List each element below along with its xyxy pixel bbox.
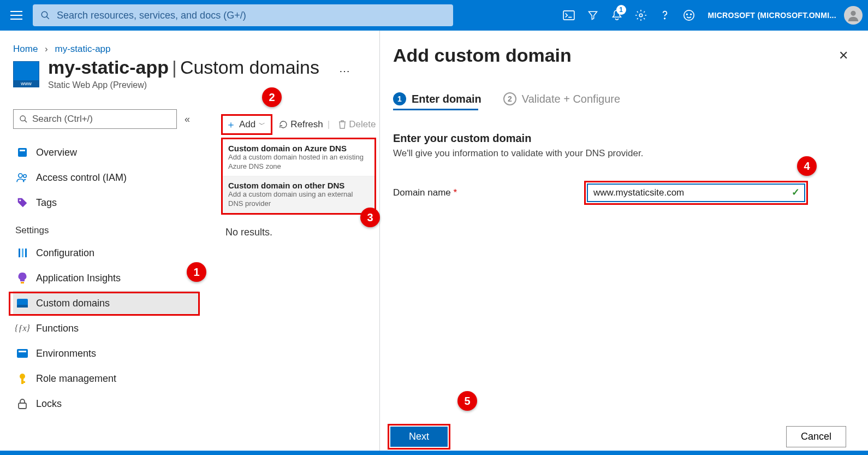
menu-item-configuration[interactable]: Configuration (13, 240, 199, 265)
account-label[interactable]: MICROSOFT (MICROSOFT.ONMI... (708, 11, 837, 20)
tag-icon (16, 197, 28, 209)
menu-item-locks[interactable]: Locks (13, 391, 199, 416)
top-bar: Search resources, services, and docs (G+… (0, 0, 868, 31)
svg-rect-11 (18, 148, 27, 157)
page-subtitle: Static Web App (Preview) (48, 80, 319, 90)
svg-rect-12 (20, 150, 25, 151)
svg-line-10 (25, 120, 27, 122)
top-icon-group: 1 MICROSOFT (MICROSOFT.ONMI... (557, 4, 863, 27)
panel-title: Add custom domain (393, 45, 572, 66)
chevron-right-icon: › (45, 44, 48, 54)
overview-icon (16, 146, 28, 158)
notifications-icon[interactable]: 1 (605, 4, 628, 27)
functions-icon: {ƒx} (16, 322, 28, 334)
callout-3: 3 (360, 208, 380, 227)
svg-point-14 (23, 175, 26, 178)
dropdown-option-other-dns[interactable]: Custom domain on other DNS Add a custom … (223, 176, 374, 213)
people-icon (16, 172, 28, 184)
svg-rect-19 (21, 282, 24, 283)
cancel-button[interactable]: Cancel (786, 426, 846, 447)
no-results-label: No results. (225, 227, 379, 238)
domain-name-label: Domain name * (393, 187, 584, 198)
feedback-icon[interactable] (677, 4, 700, 27)
svg-rect-17 (22, 249, 23, 257)
svg-point-13 (19, 174, 22, 178)
help-icon[interactable] (653, 4, 676, 27)
settings-icon[interactable] (629, 4, 652, 27)
callout-1: 1 (187, 262, 206, 282)
step-enter-domain[interactable]: 1Enter domain (393, 92, 481, 105)
delete-button[interactable]: Delete (338, 119, 376, 130)
search-icon (40, 10, 50, 20)
menu-section-settings: Settings (15, 225, 199, 236)
svg-point-8 (851, 11, 855, 16)
notification-badge: 1 (616, 5, 626, 15)
form-subtext: We'll give you information to validate w… (393, 148, 868, 159)
svg-rect-23 (19, 351, 26, 352)
svg-rect-22 (17, 349, 28, 358)
svg-rect-21 (17, 305, 28, 308)
menu-item-functions[interactable]: {ƒx} Functions (13, 316, 199, 341)
global-search-input[interactable]: Search resources, services, and docs (G+… (33, 4, 453, 26)
callout-2: 2 (262, 87, 282, 107)
domain-name-input[interactable] (587, 184, 805, 202)
svg-point-15 (19, 199, 21, 201)
menu-item-access-control[interactable]: Access control (IAM) (13, 165, 199, 190)
svg-point-4 (664, 18, 665, 19)
plus-icon: ＋ (226, 118, 236, 131)
cloud-shell-icon[interactable] (557, 4, 580, 27)
avatar[interactable] (844, 6, 863, 25)
svg-rect-18 (25, 249, 27, 257)
breadcrumb-home[interactable]: Home (13, 44, 38, 54)
search-icon (19, 115, 28, 123)
next-button[interactable]: Next (390, 427, 448, 447)
bottom-accent-bar (0, 451, 868, 455)
domain-input-highlight (584, 181, 808, 205)
step-validate-configure[interactable]: 2Validate + Configure (503, 92, 620, 105)
lightbulb-icon (16, 272, 28, 284)
add-button[interactable]: ＋ Add ﹀ (221, 114, 272, 135)
main-content: ＋ Add ﹀ Refresh | Delete ★ Custom domain… (221, 113, 379, 238)
collapse-menu-icon[interactable]: « (185, 114, 190, 125)
menu-item-app-insights[interactable]: Application Insights (13, 265, 199, 291)
more-icon[interactable]: ⋯ (339, 64, 351, 78)
filter-icon[interactable] (581, 4, 604, 27)
key-icon (16, 373, 28, 385)
menu-item-role-management[interactable]: Role management (13, 366, 199, 391)
lock-icon (16, 398, 28, 410)
add-custom-domain-panel: Add custom domain ✕ 1Enter domain 2Valid… (379, 31, 868, 455)
form-heading: Enter your custom domain (393, 132, 868, 145)
refresh-button[interactable]: Refresh (279, 119, 323, 130)
chevron-down-icon: ﹀ (259, 120, 265, 129)
svg-point-5 (683, 10, 693, 20)
dropdown-option-azure-dns[interactable]: Custom domain on Azure DNS Add a custom … (223, 139, 374, 176)
svg-point-0 (41, 11, 47, 17)
svg-point-7 (690, 14, 691, 15)
svg-point-6 (686, 14, 687, 15)
stepper: 1Enter domain 2Validate + Configure (380, 66, 868, 105)
svg-point-3 (639, 14, 643, 17)
menu-search-input[interactable]: Search (Ctrl+/) (13, 109, 177, 129)
breadcrumb-app[interactable]: my-static-app (55, 44, 111, 54)
resource-menu: Search (Ctrl+/) « Overview Access contro… (13, 109, 199, 416)
callout-5: 5 (457, 391, 477, 411)
menu-item-tags[interactable]: Tags (13, 190, 199, 215)
domain-icon (16, 297, 28, 309)
menu-item-environments[interactable]: Environments (13, 341, 199, 366)
trash-icon (338, 120, 346, 129)
configuration-icon (16, 247, 28, 259)
menu-icon[interactable] (5, 4, 27, 26)
next-button-highlight: Next (388, 424, 450, 450)
svg-rect-26 (21, 381, 25, 383)
menu-item-overview[interactable]: Overview (13, 140, 199, 165)
close-icon[interactable]: ✕ (839, 49, 848, 63)
add-dropdown: Custom domain on Azure DNS Add a custom … (221, 138, 376, 215)
menu-item-custom-domains[interactable]: Custom domains (13, 291, 199, 316)
svg-rect-25 (21, 378, 23, 384)
svg-rect-27 (19, 403, 26, 409)
refresh-icon (279, 120, 288, 129)
environments-icon (16, 347, 28, 359)
svg-line-1 (46, 16, 49, 19)
static-web-app-icon: www (13, 61, 39, 87)
page-title: my-static-app | Custom domains (48, 57, 319, 78)
